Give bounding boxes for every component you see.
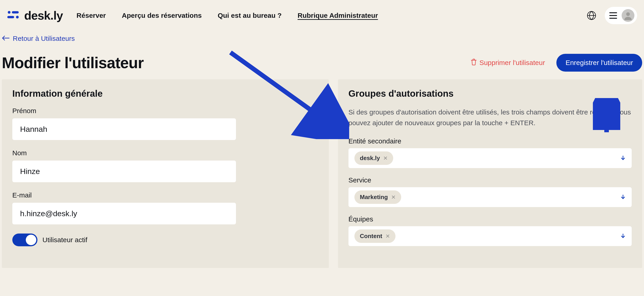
back-label: Retour à Utilisateurs xyxy=(13,35,75,42)
hamburger-icon xyxy=(609,12,617,19)
chip-remove-icon[interactable]: ✕ xyxy=(391,194,396,200)
delete-user-label: Supprimer l'utilisateur xyxy=(480,59,545,67)
chevron-down-icon xyxy=(620,233,626,240)
page-header: Modifier l'utilisateur Supprimer l'utili… xyxy=(0,45,644,79)
svg-rect-1 xyxy=(12,11,19,13)
field-email: E-mail xyxy=(12,191,236,224)
nav-link-reserve[interactable]: Réserver xyxy=(76,12,106,19)
active-toggle-label: Utilisateur actif xyxy=(42,236,88,244)
brand-mark-icon xyxy=(7,9,20,21)
profile-menu[interactable] xyxy=(605,7,637,24)
entity-select[interactable]: desk.ly ✕ xyxy=(348,148,632,168)
service-chip-label: Marketing xyxy=(360,194,388,201)
panel-auth-groups-desc: Si des groupes d'autorisation doivent êt… xyxy=(348,107,632,128)
field-lastname: Nom xyxy=(12,149,236,182)
svg-point-0 xyxy=(8,11,10,14)
save-user-button[interactable]: Enregistrer l'utilisateur xyxy=(556,54,642,72)
arrow-left-icon xyxy=(2,35,10,42)
chevron-down-icon xyxy=(620,194,626,200)
trash-icon xyxy=(471,59,477,67)
delete-user-link[interactable]: Supprimer l'utilisateur xyxy=(471,59,545,67)
chip-remove-icon[interactable]: ✕ xyxy=(383,155,388,161)
header-actions: Supprimer l'utilisateur Enregistrer l'ut… xyxy=(471,54,642,72)
panel-general-info-title: Information générale xyxy=(12,88,318,99)
email-label: E-mail xyxy=(12,191,236,199)
nav-right xyxy=(586,7,637,24)
service-chip[interactable]: Marketing ✕ xyxy=(354,190,401,204)
top-nav: desk.ly Réserver Aperçu des réservations… xyxy=(0,0,644,31)
brand[interactable]: desk.ly xyxy=(7,9,63,22)
service-select[interactable]: Marketing ✕ xyxy=(348,187,632,207)
save-user-label: Enregistrer l'utilisateur xyxy=(566,59,633,66)
firstname-label: Prénom xyxy=(12,107,236,115)
email-input[interactable] xyxy=(12,203,236,224)
nav-link-office[interactable]: Qui est au bureau ? xyxy=(218,12,282,19)
teams-chip[interactable]: Content ✕ xyxy=(354,229,396,243)
panel-auth-groups: Groupes d'autorisations Si des groupes d… xyxy=(338,79,642,268)
nav-link-overview[interactable]: Aperçu des réservations xyxy=(122,12,202,19)
firstname-input[interactable] xyxy=(12,118,236,140)
nav-link-admin[interactable]: Rubrique Administrateur xyxy=(298,12,378,19)
lastname-input[interactable] xyxy=(12,161,236,182)
page-title: Modifier l'utilisateur xyxy=(2,54,144,72)
svg-point-3 xyxy=(16,16,19,18)
avatar-icon xyxy=(622,9,634,22)
brand-name: desk.ly xyxy=(24,9,63,22)
entity-chip[interactable]: desk.ly ✕ xyxy=(354,151,393,165)
field-teams: Équipes Content ✕ xyxy=(348,215,632,246)
lastname-label: Nom xyxy=(12,149,236,157)
service-label: Service xyxy=(348,176,632,184)
active-toggle-row: Utilisateur actif xyxy=(12,234,318,246)
svg-point-5 xyxy=(626,12,630,16)
chevron-down-icon xyxy=(620,155,626,161)
teams-chip-label: Content xyxy=(360,233,382,240)
field-entity: Entité secondaire desk.ly ✕ xyxy=(348,137,632,168)
svg-rect-2 xyxy=(7,16,14,18)
back-link[interactable]: Retour à Utilisateurs xyxy=(0,31,644,45)
content-columns: Information générale Prénom Nom E-mail U… xyxy=(0,79,644,268)
panel-general-info: Information générale Prénom Nom E-mail U… xyxy=(2,79,329,268)
active-toggle[interactable] xyxy=(12,234,38,246)
teams-label: Équipes xyxy=(348,215,632,223)
chip-remove-icon[interactable]: ✕ xyxy=(386,233,390,240)
field-firstname: Prénom xyxy=(12,107,236,140)
field-service: Service Marketing ✕ xyxy=(348,176,632,207)
entity-chip-label: desk.ly xyxy=(360,155,380,162)
teams-select[interactable]: Content ✕ xyxy=(348,226,632,246)
nav-links: Réserver Aperçu des réservations Qui est… xyxy=(76,12,378,19)
globe-icon[interactable] xyxy=(586,10,596,20)
panel-auth-groups-title: Groupes d'autorisations xyxy=(348,88,632,99)
entity-label: Entité secondaire xyxy=(348,137,632,145)
